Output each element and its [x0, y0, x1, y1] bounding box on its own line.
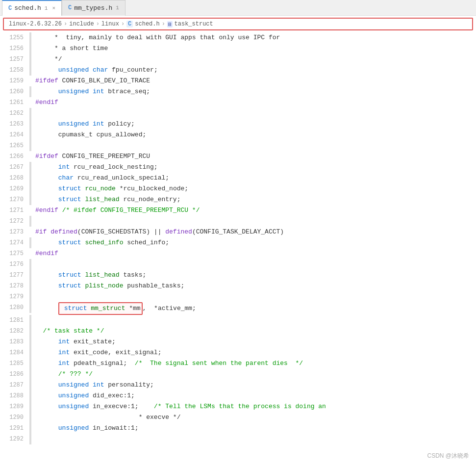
code-content: #ifdef CONFIG_TREE_PREEMPT_RCU: [35, 151, 476, 162]
code-line: 1286 /* ??? */: [0, 369, 476, 380]
code-line: 1290 * execve */: [0, 412, 476, 423]
code-line: 1278 struct plist_node pushable_tasks;: [0, 281, 476, 291]
indent-bar: [29, 32, 31, 43]
indent-bar: [29, 183, 31, 194]
line-number: 1276: [0, 259, 29, 270]
indent-bar: [29, 76, 31, 86]
tab-num-sched: 1: [45, 5, 48, 11]
code-line: 1284 int exit_code, exit_signal;: [0, 347, 476, 358]
tab-sched-h[interactable]: C sched.h 1 ×: [2, 0, 62, 16]
code-content: /* ??? */: [35, 369, 476, 380]
code-content: unsigned int btrace_seq;: [35, 86, 476, 97]
code-content: unsigned in_execve:1; /* Tell the LSMs t…: [35, 401, 476, 412]
code-line: 1261#endif: [0, 97, 476, 108]
line-number: 1256: [0, 43, 29, 54]
code-content: unsigned int personality;: [35, 380, 476, 390]
code-content: * execve */: [35, 412, 476, 423]
indent-bar: [29, 43, 31, 54]
tab-mm-types-h[interactable]: C mm_types.h 1: [62, 0, 125, 16]
line-number: 1291: [0, 423, 29, 434]
code-content: #endif: [35, 248, 476, 259]
code-line: 1291 unsigned in_iowait:1;: [0, 423, 476, 434]
code-line: 1273#if defined(CONFIG_SCHEDSTATS) || de…: [0, 227, 476, 237]
code-line: 1287 unsigned int personality;: [0, 380, 476, 390]
code-line: 1269 struct rcu_node *rcu_blocked_node;: [0, 183, 476, 194]
line-number: 1286: [0, 369, 29, 380]
indent-bar: [29, 412, 31, 423]
line-number: 1289: [0, 401, 29, 412]
tab-c-icon-mm: C: [68, 4, 72, 11]
breadcrumb-root[interactable]: linux-2.6.32.26: [9, 21, 62, 27]
code-line: 1285 int pdeath_signal; /* The signal se…: [0, 358, 476, 369]
code-line: 1271#endif /* #ifdef CONFIG_TREE_PREEMPT…: [0, 205, 476, 216]
code-content: int exit_state;: [35, 337, 476, 347]
tab-close-sched[interactable]: ×: [52, 5, 55, 11]
breadcrumb-struct-icon: ⊞: [167, 21, 173, 27]
tab-bar: C sched.h 1 × C mm_types.h 1: [0, 0, 476, 16]
code-content: struct mm_struct *mm, *active_mm;: [35, 302, 476, 315]
code-line: 1281: [0, 315, 476, 326]
indent-bar: [29, 291, 31, 302]
code-content: struct plist_node pushable_tasks;: [35, 281, 476, 291]
code-content: #ifdef CONFIG_BLK_DEV_IO_TRACE: [35, 76, 476, 86]
line-number: 1267: [0, 162, 29, 173]
code-line: 1277 struct list_head tasks;: [0, 270, 476, 281]
code-content: * a short time: [35, 43, 476, 54]
code-content: /* task state */: [35, 326, 476, 337]
breadcrumb-c-icon: C: [126, 21, 133, 27]
indent-bar: [29, 130, 31, 140]
line-number: 1282: [0, 326, 29, 337]
code-line: 1265: [0, 140, 476, 151]
indent-bar: [29, 337, 31, 347]
code-area[interactable]: 1255 * tiny, mainly to deal with GUI app…: [0, 32, 476, 465]
line-number: 1280: [0, 302, 29, 313]
line-number: 1265: [0, 140, 29, 151]
code-content: unsigned did_exec:1;: [35, 390, 476, 401]
code-content: int exit_code, exit_signal;: [35, 347, 476, 358]
code-line: 1268 char rcu_read_unlock_special;: [0, 173, 476, 183]
line-number: 1270: [0, 194, 29, 205]
line-number: 1283: [0, 337, 29, 347]
indent-bar: [29, 347, 31, 358]
indent-bar: [29, 65, 31, 76]
indent-bar: [29, 86, 31, 97]
line-number: 1262: [0, 108, 29, 119]
breadcrumb-linux[interactable]: linux: [101, 21, 119, 27]
indent-bar: [29, 194, 31, 205]
indent-bar: [29, 315, 31, 326]
line-number: 1288: [0, 390, 29, 401]
line-number: 1284: [0, 347, 29, 358]
indent-bar: [29, 302, 31, 313]
indent-bar: [29, 423, 31, 434]
line-number: 1263: [0, 119, 29, 130]
line-number: 1278: [0, 281, 29, 291]
line-number: 1271: [0, 205, 29, 216]
code-line: 1263 unsigned int policy;: [0, 119, 476, 130]
code-line: 1292: [0, 434, 476, 444]
code-line: 1260 unsigned int btrace_seq;: [0, 86, 476, 97]
breadcrumb-task-struct[interactable]: task_struct: [175, 21, 213, 27]
line-number: 1290: [0, 412, 29, 423]
code-line: 1283 int exit_state;: [0, 337, 476, 347]
code-line: 1262: [0, 108, 476, 119]
indent-bar: [29, 369, 31, 380]
indent-bar: [29, 227, 31, 237]
tab-num-mm: 1: [116, 5, 119, 11]
breadcrumb-sched-h[interactable]: sched.h: [135, 21, 159, 27]
highlight-mm-struct: struct mm_struct *mm: [58, 302, 143, 315]
breadcrumb: linux-2.6.32.26 › include › linux › C sc…: [3, 18, 473, 30]
code-content: unsigned int policy;: [35, 119, 476, 130]
indent-bar: [29, 259, 31, 270]
code-line: 1266#ifdef CONFIG_TREE_PREEMPT_RCU: [0, 151, 476, 162]
indent-bar: [29, 119, 31, 130]
breadcrumb-include[interactable]: include: [69, 21, 94, 27]
line-number: 1281: [0, 315, 29, 326]
line-number: 1268: [0, 173, 29, 183]
code-content: struct list_head rcu_node_entry;: [35, 194, 476, 205]
indent-bar: [29, 380, 31, 390]
code-line: 1289 unsigned in_execve:1; /* Tell the L…: [0, 401, 476, 412]
code-content: unsigned char fpu_counter;: [35, 65, 476, 76]
indent-bar: [29, 358, 31, 369]
code-content: struct list_head tasks;: [35, 270, 476, 281]
code-line: 1259#ifdef CONFIG_BLK_DEV_IO_TRACE: [0, 76, 476, 86]
